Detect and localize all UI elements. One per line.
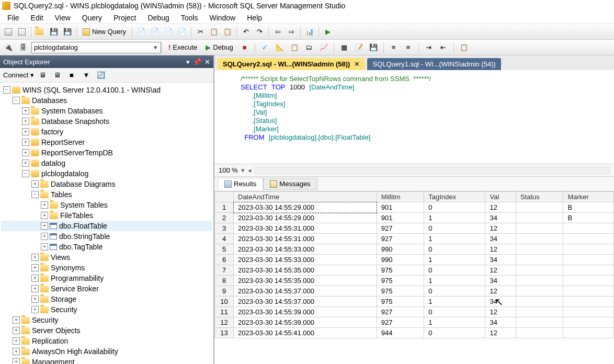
cell[interactable]: 0 [424, 307, 485, 317]
open-button[interactable] [34, 26, 47, 38]
undo-button[interactable]: ↶ [240, 26, 252, 38]
tab-sqlquery1[interactable]: SQLQuery1.sql - WI...(WINS\admin (54)) [367, 58, 501, 70]
row-number[interactable]: 6 [215, 255, 234, 265]
scroll-left-icon[interactable]: ◂ [248, 166, 252, 174]
db-factory-node[interactable]: +factory [1, 127, 212, 137]
save-button[interactable]: 💾 [48, 26, 60, 38]
db-reportservertemp-node[interactable]: +ReportServerTempDB [1, 147, 212, 158]
cell[interactable]: 1 [424, 276, 485, 286]
table-row[interactable]: 12023-03-30 14:55:29.000901012B [215, 202, 614, 213]
filetables-node[interactable]: +FileTables [1, 210, 212, 221]
comment-button[interactable]: ≡ [388, 41, 400, 54]
cell[interactable]: 2023-03-30 14:55:33.000 [234, 255, 377, 265]
horizontal-scrollbar[interactable] [255, 167, 610, 174]
cell[interactable] [516, 223, 563, 234]
cell[interactable]: 2023-03-30 14:55:37.000 [234, 297, 377, 307]
cell[interactable]: B [563, 213, 614, 223]
cell[interactable]: 990 [377, 255, 424, 265]
pin-icon[interactable]: 📌 [193, 58, 201, 66]
object-explorer-titlebar[interactable]: Object Explorer ▾ 📌 ✕ [0, 55, 213, 68]
cell[interactable] [563, 317, 614, 328]
table-row[interactable]: 112023-03-30 14:55:39.000927012 [215, 307, 614, 317]
cell[interactable] [563, 297, 614, 307]
dmx-query-icon[interactable]: 📄 [162, 26, 175, 38]
tables-node[interactable]: −Tables [1, 189, 212, 200]
views-node[interactable]: +Views [1, 252, 212, 263]
row-number[interactable]: 5 [215, 244, 234, 255]
row-number[interactable]: 8 [215, 276, 234, 286]
cell[interactable]: 2023-03-30 14:55:41.000 [234, 328, 377, 338]
results-text-icon[interactable]: 📝 [353, 41, 365, 54]
databases-node[interactable]: −Databases [1, 95, 212, 106]
zoom-dropdown-icon[interactable]: ▾ [241, 166, 245, 174]
disconnect-icon[interactable]: 🖥 [51, 69, 63, 82]
uncomment-button[interactable]: ≡ [402, 41, 415, 54]
include-plan-icon[interactable]: 🗂 [303, 41, 315, 54]
stringtable-node[interactable]: +dbo.StringTable [1, 231, 212, 242]
system-tables-node[interactable]: +System Tables [1, 200, 212, 210]
row-number[interactable]: 10 [215, 297, 234, 307]
cell[interactable]: 34 [485, 276, 516, 286]
cell[interactable]: 12 [485, 265, 516, 276]
database-selector[interactable] [31, 42, 161, 53]
cell[interactable]: 0 [424, 223, 485, 234]
floattable-node[interactable]: +dbo.FloatTable [1, 221, 212, 231]
database-snapshots-node[interactable]: +Database Snapshots [1, 116, 212, 127]
row-number[interactable]: 4 [215, 234, 234, 244]
tab-close-icon[interactable]: ✕ [354, 60, 360, 68]
stop-button[interactable]: ■ [238, 41, 251, 54]
cell[interactable]: 12 [485, 328, 516, 338]
cell[interactable]: 975 [377, 276, 424, 286]
programmability-node[interactable]: +Programmability [1, 273, 212, 283]
tab-results[interactable]: Results [218, 178, 263, 190]
table-row[interactable]: 52023-03-30 14:55:33.000990012 [215, 244, 614, 255]
cell[interactable] [516, 276, 563, 286]
cell[interactable] [516, 234, 563, 244]
results-file-icon[interactable]: 💾 [367, 41, 380, 54]
menu-view[interactable]: View [50, 13, 76, 23]
db-reportserver-node[interactable]: +ReportServer [1, 137, 212, 147]
alwayson-node[interactable]: +AlwaysOn High Availability [1, 346, 212, 357]
cell[interactable] [563, 244, 614, 255]
change-connection-icon[interactable]: 🔌 [2, 41, 15, 54]
cell[interactable]: 34 [485, 317, 516, 328]
cell[interactable]: 990 [377, 244, 424, 255]
cell[interactable]: 975 [377, 286, 424, 297]
sql-editor[interactable]: /****** Script for SelectTopNRows comman… [214, 70, 614, 164]
cell[interactable] [563, 255, 614, 265]
row-number[interactable]: 1 [215, 202, 234, 213]
activity-monitor-icon[interactable]: 📊 [303, 26, 316, 38]
table-row[interactable]: 32023-03-30 14:55:31.000927012 [215, 223, 614, 234]
cell[interactable]: 975 [377, 297, 424, 307]
security-node[interactable]: +Security [1, 315, 212, 325]
cell[interactable] [563, 276, 614, 286]
cell[interactable]: 12 [485, 202, 516, 213]
cell[interactable]: 1 [424, 297, 485, 307]
cell[interactable] [516, 213, 563, 223]
cell[interactable] [563, 286, 614, 297]
db-security-node[interactable]: +Security [1, 304, 212, 315]
cell[interactable]: 2023-03-30 14:55:39.000 [234, 317, 377, 328]
cell[interactable]: 2023-03-30 14:55:35.000 [234, 276, 377, 286]
tab-sqlquery2[interactable]: SQLQuery2.sql - WI...(WINS\admin (58)) ✕ [218, 58, 365, 70]
cell[interactable]: 0 [424, 328, 485, 338]
results-grid[interactable]: DateAndTimeMillitmTagIndexValStatusMarke… [214, 191, 614, 338]
menu-window[interactable]: Window [204, 13, 241, 23]
chevron-down-icon[interactable]: ▾ [154, 43, 157, 51]
cell[interactable]: 12 [485, 286, 516, 297]
row-number[interactable]: 12 [215, 317, 234, 328]
connect-object-explorer-icon[interactable]: 🖥 [36, 69, 49, 82]
nav-back-button[interactable]: ⇦ [271, 26, 284, 38]
dropdown-icon[interactable]: ▾ [186, 58, 190, 66]
menu-file[interactable]: File [2, 13, 25, 23]
column-header[interactable]: TagIndex [424, 192, 485, 202]
cell[interactable] [516, 255, 563, 265]
filter-icon[interactable]: ▼ [80, 69, 93, 82]
cell[interactable] [563, 223, 614, 234]
mdx-query-icon[interactable]: 📄 [149, 26, 161, 38]
save-all-button[interactable]: 💾 [61, 26, 74, 38]
paste-button[interactable]: 📋 [221, 26, 234, 38]
cell[interactable]: 34 [485, 213, 516, 223]
table-row[interactable]: 72023-03-30 14:55:35.000975012 [215, 265, 614, 276]
cell[interactable]: 1 [424, 317, 485, 328]
